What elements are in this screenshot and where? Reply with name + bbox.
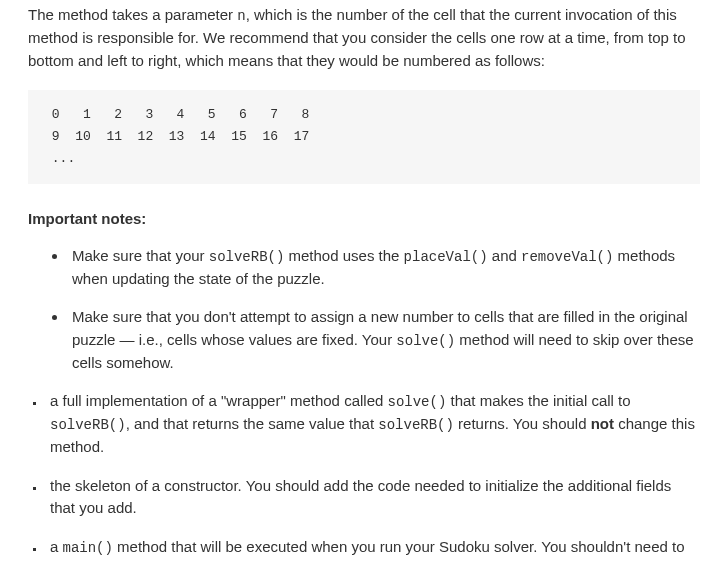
text: , and that returns the same value that: [126, 415, 379, 432]
bold-not: not: [591, 415, 614, 432]
code-n: n: [237, 8, 245, 24]
text: the skeleton of a constructor. You shoul…: [50, 477, 671, 517]
text: a: [50, 538, 63, 555]
code-solve: solve(): [396, 333, 455, 349]
text: returns. You should: [454, 415, 591, 432]
document-body: The method takes a parameter n, which is…: [0, 0, 728, 564]
outer-list: a full implementation of a "wrapper" met…: [28, 390, 700, 564]
list-item: a main() method that will be executed wh…: [46, 536, 700, 564]
important-notes-heading: Important notes:: [28, 208, 700, 231]
text: method uses the: [284, 247, 403, 264]
code-solverb: solveRB(): [50, 417, 126, 433]
code-solve: solve(): [388, 394, 447, 410]
text: that makes the initial call to: [446, 392, 630, 409]
intro-paragraph: The method takes a parameter n, which is…: [28, 4, 700, 72]
text: method that will be executed when you ru…: [50, 538, 685, 564]
important-notes-list: Make sure that your solveRB() method use…: [28, 245, 700, 375]
code-solverb: solveRB(): [378, 417, 454, 433]
text: Make sure that your: [72, 247, 209, 264]
numbering-code-block: 0 1 2 3 4 5 6 7 8 9 10 11 12 13 14 15 16…: [28, 90, 700, 184]
code-solverb: solveRB(): [209, 249, 285, 265]
text: The method takes a parameter: [28, 6, 237, 23]
text: a full implementation of a "wrapper" met…: [50, 392, 388, 409]
code-main: main(): [63, 540, 113, 556]
list-item: Make sure that your solveRB() method use…: [68, 245, 700, 291]
list-item: the skeleton of a constructor. You shoul…: [46, 475, 700, 520]
code-placeval: placeVal(): [404, 249, 488, 265]
text: and: [488, 247, 521, 264]
list-item: Make sure that you don't attempt to assi…: [68, 306, 700, 374]
code-removeval: removeVal(): [521, 249, 613, 265]
list-item: a full implementation of a "wrapper" met…: [46, 390, 700, 459]
